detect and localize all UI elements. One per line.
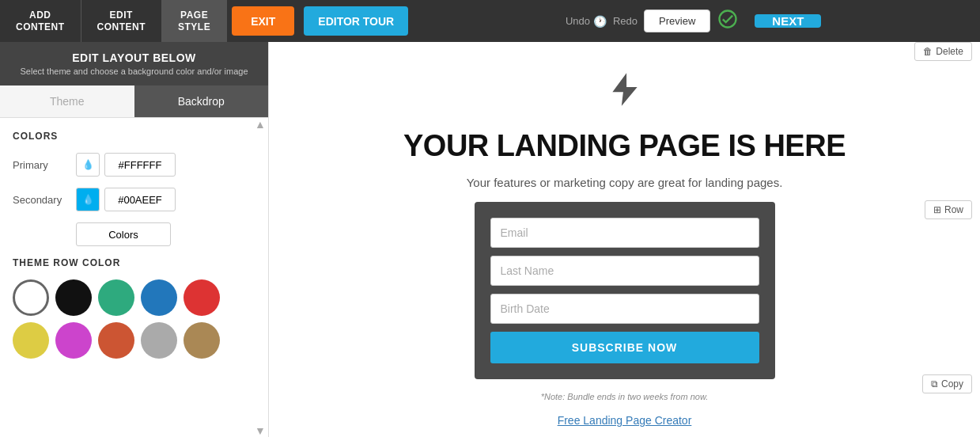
- free-landing-page-link[interactable]: Free Landing Page Creator: [558, 414, 692, 427]
- row-label: Row: [944, 204, 963, 215]
- scroll-up-button[interactable]: ▲: [252, 118, 268, 131]
- editor-tour-button[interactable]: EDITOR TOUR: [304, 6, 408, 36]
- color-swatches: [13, 279, 255, 359]
- main-canvas: YOUR LANDING PAGE IS HERE Your features …: [269, 42, 980, 437]
- row-button[interactable]: ⊞ Row: [925, 200, 972, 219]
- left-panel: EDIT LAYOUT BELOW Select theme and choos…: [0, 42, 269, 437]
- secondary-color-picker[interactable]: 💧: [76, 188, 100, 211]
- top-bar: ADD CONTENT EDIT CONTENT PAGE STYLE EXIT…: [0, 0, 980, 42]
- add-content-line2: CONTENT: [16, 21, 65, 32]
- last-name-field[interactable]: [490, 256, 759, 286]
- save-button[interactable]: [717, 8, 739, 35]
- subscribe-button[interactable]: SUBSCRIBE NOW: [490, 332, 759, 363]
- form-card: SUBSCRIBE NOW: [475, 202, 775, 379]
- page-style-tab[interactable]: PAGE STYLE: [162, 0, 227, 42]
- copy-icon: ⧉: [931, 378, 938, 390]
- email-field[interactable]: [490, 218, 759, 248]
- clock-icon: 🕐: [593, 15, 607, 28]
- main-heading: YOUR LANDING PAGE IS HERE: [403, 129, 846, 163]
- panel-header-subtitle: Select theme and choose a background col…: [9, 66, 259, 76]
- panel-content: ▲ COLORS Primary 💧 Secondary 💧 Colors Co…: [0, 118, 268, 437]
- exit-button[interactable]: EXIT: [232, 6, 294, 36]
- page-style-line2: STYLE: [178, 21, 210, 32]
- secondary-color-row: Secondary 💧: [13, 188, 255, 211]
- panel-header: EDIT LAYOUT BELOW Select theme and choos…: [0, 42, 268, 86]
- copy-label: Copy: [941, 378, 963, 390]
- primary-label: Primary: [13, 159, 76, 171]
- primary-color-input[interactable]: [104, 153, 176, 177]
- replace-colors-button[interactable]: Colors: [76, 222, 171, 246]
- trash-icon: 🗑: [923, 46, 933, 57]
- swatch-white[interactable]: [13, 279, 49, 316]
- top-bar-center: Undo 🕐 Redo Preview NEXT: [413, 0, 980, 42]
- canvas-content: YOUR LANDING PAGE IS HERE Your features …: [308, 66, 941, 437]
- preview-button[interactable]: Preview: [644, 10, 710, 32]
- birth-date-field[interactable]: [490, 294, 759, 324]
- undo-button[interactable]: Undo 🕐: [566, 15, 607, 28]
- swatch-red[interactable]: [184, 279, 220, 316]
- swatch-blue[interactable]: [141, 279, 177, 316]
- eyedropper-icon-2: 💧: [82, 194, 94, 205]
- panel-tabs: Theme Backdrop: [0, 86, 268, 118]
- row-icon: ⊞: [933, 204, 941, 215]
- swatch-yellow[interactable]: [13, 322, 49, 359]
- lightning-icon: [605, 66, 645, 116]
- tab-backdrop[interactable]: Backdrop: [134, 86, 269, 117]
- swatch-orange[interactable]: [98, 322, 134, 359]
- edit-content-tab[interactable]: EDIT CONTENT: [81, 0, 163, 42]
- page-style-line1: PAGE: [180, 10, 208, 21]
- swatch-tan[interactable]: [184, 322, 220, 359]
- next-button[interactable]: NEXT: [755, 14, 821, 28]
- primary-color-row: Primary 💧: [13, 153, 255, 177]
- replace-color-row: Colors Colors: [13, 222, 255, 246]
- eyedropper-icon: 💧: [82, 159, 94, 170]
- edit-content-line2: CONTENT: [97, 21, 146, 32]
- add-content-line1: ADD: [29, 10, 51, 21]
- copy-button[interactable]: ⧉ Copy: [922, 374, 972, 393]
- swatch-gray[interactable]: [141, 322, 177, 359]
- swatch-black[interactable]: [55, 279, 92, 316]
- redo-label: Redo: [613, 15, 638, 27]
- theme-row-title: THEME ROW COLOR: [13, 257, 255, 268]
- scroll-down-button[interactable]: ▼: [252, 424, 268, 437]
- delete-label: Delete: [936, 46, 963, 57]
- colors-section-title: COLORS: [13, 131, 255, 142]
- main-subtext: Your features or marketing copy are grea…: [467, 176, 783, 189]
- swatch-teal[interactable]: [98, 279, 134, 316]
- secondary-color-input[interactable]: [104, 188, 176, 211]
- tab-theme[interactable]: Theme: [0, 86, 134, 117]
- panel-header-title: EDIT LAYOUT BELOW: [9, 51, 259, 64]
- add-content-tab[interactable]: ADD CONTENT: [0, 0, 81, 42]
- form-note: *Note: Bundle ends in two weeks from now…: [541, 392, 709, 401]
- swatch-purple[interactable]: [55, 322, 92, 359]
- primary-color-picker[interactable]: 💧: [76, 153, 100, 177]
- secondary-label: Secondary: [13, 194, 76, 206]
- delete-button[interactable]: 🗑 Delete: [914, 42, 972, 61]
- redo-button[interactable]: Redo: [613, 15, 638, 27]
- undo-label: Undo: [566, 15, 590, 27]
- edit-content-line1: EDIT: [110, 10, 133, 21]
